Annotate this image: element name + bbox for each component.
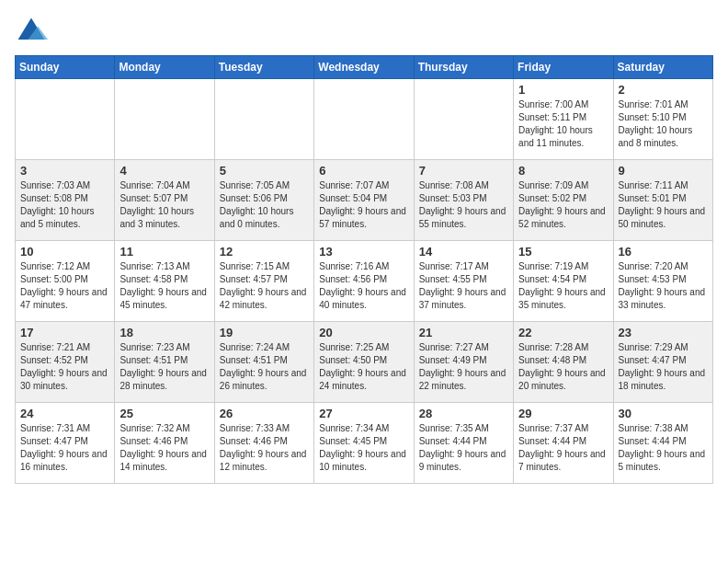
day-number: 19	[220, 326, 309, 339]
day-number: 27	[319, 407, 408, 420]
weekday-header-row: SundayMondayTuesdayWednesdayThursdayFrid…	[16, 56, 713, 79]
day-number: 5	[220, 164, 309, 178]
day-number: 7	[419, 164, 508, 178]
calendar-cell: 3Sunrise: 7:03 AM Sunset: 5:08 PM Daylig…	[16, 160, 115, 241]
day-info: Sunrise: 7:03 AM Sunset: 5:08 PM Dayligh…	[20, 179, 109, 231]
day-info: Sunrise: 7:00 AM Sunset: 5:11 PM Dayligh…	[518, 98, 608, 150]
day-info: Sunrise: 7:12 AM Sunset: 5:00 PM Dayligh…	[20, 260, 109, 312]
day-number: 16	[619, 245, 708, 259]
day-number: 3	[20, 164, 109, 178]
calendar-week-2: 3Sunrise: 7:03 AM Sunset: 5:08 PM Daylig…	[16, 160, 713, 241]
weekday-header-monday: Monday	[115, 56, 214, 79]
calendar-cell	[414, 79, 513, 160]
calendar-cell: 23Sunrise: 7:29 AM Sunset: 4:47 PM Dayli…	[613, 322, 712, 403]
day-info: Sunrise: 7:21 AM Sunset: 4:52 PM Dayligh…	[20, 341, 109, 393]
calendar-cell: 15Sunrise: 7:19 AM Sunset: 4:54 PM Dayli…	[514, 241, 613, 322]
day-info: Sunrise: 7:34 AM Sunset: 4:45 PM Dayligh…	[319, 422, 408, 474]
day-number: 26	[220, 407, 309, 420]
day-info: Sunrise: 7:11 AM Sunset: 5:01 PM Dayligh…	[619, 179, 708, 231]
calendar-cell	[214, 79, 313, 160]
calendar-cell	[115, 79, 214, 160]
day-number: 9	[619, 164, 708, 178]
calendar-cell: 30Sunrise: 7:38 AM Sunset: 4:44 PM Dayli…	[613, 403, 712, 484]
day-number: 8	[518, 164, 608, 178]
calendar-cell: 1Sunrise: 7:00 AM Sunset: 5:11 PM Daylig…	[514, 79, 613, 160]
calendar-cell: 19Sunrise: 7:24 AM Sunset: 4:51 PM Dayli…	[214, 322, 313, 403]
calendar-cell: 5Sunrise: 7:05 AM Sunset: 5:06 PM Daylig…	[214, 160, 313, 241]
day-info: Sunrise: 7:04 AM Sunset: 5:07 PM Dayligh…	[119, 179, 209, 231]
day-info: Sunrise: 7:24 AM Sunset: 4:51 PM Dayligh…	[220, 341, 309, 393]
day-info: Sunrise: 7:13 AM Sunset: 4:58 PM Dayligh…	[119, 260, 209, 312]
calendar-cell: 6Sunrise: 7:07 AM Sunset: 5:04 PM Daylig…	[314, 160, 414, 241]
day-info: Sunrise: 7:17 AM Sunset: 4:55 PM Dayligh…	[419, 260, 508, 312]
page-header	[15, 15, 713, 48]
day-info: Sunrise: 7:23 AM Sunset: 4:51 PM Dayligh…	[119, 341, 209, 393]
day-info: Sunrise: 7:38 AM Sunset: 4:44 PM Dayligh…	[619, 422, 708, 474]
day-number: 13	[319, 245, 408, 259]
day-info: Sunrise: 7:33 AM Sunset: 4:46 PM Dayligh…	[220, 422, 309, 474]
day-number: 21	[419, 326, 508, 339]
logo	[15, 15, 51, 48]
day-number: 25	[119, 407, 209, 420]
weekday-header-wednesday: Wednesday	[314, 56, 414, 79]
day-info: Sunrise: 7:35 AM Sunset: 4:44 PM Dayligh…	[419, 422, 508, 474]
day-info: Sunrise: 7:15 AM Sunset: 4:57 PM Dayligh…	[220, 260, 309, 312]
calendar-cell: 10Sunrise: 7:12 AM Sunset: 5:00 PM Dayli…	[16, 241, 115, 322]
weekday-header-sunday: Sunday	[16, 56, 115, 79]
calendar-cell	[314, 79, 414, 160]
calendar-cell: 28Sunrise: 7:35 AM Sunset: 4:44 PM Dayli…	[414, 403, 513, 484]
calendar-cell: 7Sunrise: 7:08 AM Sunset: 5:03 PM Daylig…	[414, 160, 513, 241]
calendar-cell: 2Sunrise: 7:01 AM Sunset: 5:10 PM Daylig…	[613, 79, 712, 160]
weekday-header-saturday: Saturday	[613, 56, 712, 79]
calendar-cell: 17Sunrise: 7:21 AM Sunset: 4:52 PM Dayli…	[16, 322, 115, 403]
day-number: 20	[319, 326, 408, 339]
calendar-cell: 11Sunrise: 7:13 AM Sunset: 4:58 PM Dayli…	[115, 241, 214, 322]
day-info: Sunrise: 7:20 AM Sunset: 4:53 PM Dayligh…	[619, 260, 708, 312]
day-info: Sunrise: 7:29 AM Sunset: 4:47 PM Dayligh…	[619, 341, 708, 393]
weekday-header-tuesday: Tuesday	[214, 56, 313, 79]
calendar-cell: 9Sunrise: 7:11 AM Sunset: 5:01 PM Daylig…	[613, 160, 712, 241]
calendar-cell: 25Sunrise: 7:32 AM Sunset: 4:46 PM Dayli…	[115, 403, 214, 484]
calendar-week-5: 24Sunrise: 7:31 AM Sunset: 4:47 PM Dayli…	[16, 403, 713, 484]
logo-icon	[15, 15, 48, 48]
day-info: Sunrise: 7:32 AM Sunset: 4:46 PM Dayligh…	[119, 422, 209, 474]
day-info: Sunrise: 7:09 AM Sunset: 5:02 PM Dayligh…	[518, 179, 608, 231]
day-info: Sunrise: 7:25 AM Sunset: 4:50 PM Dayligh…	[319, 341, 408, 393]
day-info: Sunrise: 7:27 AM Sunset: 4:49 PM Dayligh…	[419, 341, 508, 393]
day-number: 2	[619, 83, 708, 97]
day-info: Sunrise: 7:16 AM Sunset: 4:56 PM Dayligh…	[319, 260, 408, 312]
day-number: 11	[119, 245, 209, 259]
day-number: 30	[619, 407, 708, 420]
calendar-week-1: 1Sunrise: 7:00 AM Sunset: 5:11 PM Daylig…	[16, 79, 713, 160]
calendar-week-3: 10Sunrise: 7:12 AM Sunset: 5:00 PM Dayli…	[16, 241, 713, 322]
calendar-cell: 26Sunrise: 7:33 AM Sunset: 4:46 PM Dayli…	[214, 403, 313, 484]
day-number: 1	[518, 83, 608, 97]
calendar-week-4: 17Sunrise: 7:21 AM Sunset: 4:52 PM Dayli…	[16, 322, 713, 403]
day-number: 24	[20, 407, 109, 420]
calendar-cell: 20Sunrise: 7:25 AM Sunset: 4:50 PM Dayli…	[314, 322, 414, 403]
calendar-cell: 24Sunrise: 7:31 AM Sunset: 4:47 PM Dayli…	[16, 403, 115, 484]
calendar-cell: 13Sunrise: 7:16 AM Sunset: 4:56 PM Dayli…	[314, 241, 414, 322]
calendar-cell: 14Sunrise: 7:17 AM Sunset: 4:55 PM Dayli…	[414, 241, 513, 322]
day-number: 23	[619, 326, 708, 339]
day-number: 18	[119, 326, 209, 339]
calendar-table: SundayMondayTuesdayWednesdayThursdayFrid…	[15, 55, 713, 484]
day-number: 28	[419, 407, 508, 420]
day-info: Sunrise: 7:19 AM Sunset: 4:54 PM Dayligh…	[518, 260, 608, 312]
day-info: Sunrise: 7:08 AM Sunset: 5:03 PM Dayligh…	[419, 179, 508, 231]
calendar-cell: 4Sunrise: 7:04 AM Sunset: 5:07 PM Daylig…	[115, 160, 214, 241]
weekday-header-thursday: Thursday	[414, 56, 513, 79]
day-info: Sunrise: 7:28 AM Sunset: 4:48 PM Dayligh…	[518, 341, 608, 393]
calendar-cell: 16Sunrise: 7:20 AM Sunset: 4:53 PM Dayli…	[613, 241, 712, 322]
calendar-cell: 18Sunrise: 7:23 AM Sunset: 4:51 PM Dayli…	[115, 322, 214, 403]
day-info: Sunrise: 7:31 AM Sunset: 4:47 PM Dayligh…	[20, 422, 109, 474]
day-info: Sunrise: 7:01 AM Sunset: 5:10 PM Dayligh…	[619, 98, 708, 150]
day-number: 14	[419, 245, 508, 259]
day-info: Sunrise: 7:37 AM Sunset: 4:44 PM Dayligh…	[518, 422, 608, 474]
calendar-cell: 27Sunrise: 7:34 AM Sunset: 4:45 PM Dayli…	[314, 403, 414, 484]
calendar-cell: 29Sunrise: 7:37 AM Sunset: 4:44 PM Dayli…	[514, 403, 613, 484]
day-number: 4	[119, 164, 209, 178]
day-number: 22	[518, 326, 608, 339]
weekday-header-friday: Friday	[514, 56, 613, 79]
day-number: 12	[220, 245, 309, 259]
